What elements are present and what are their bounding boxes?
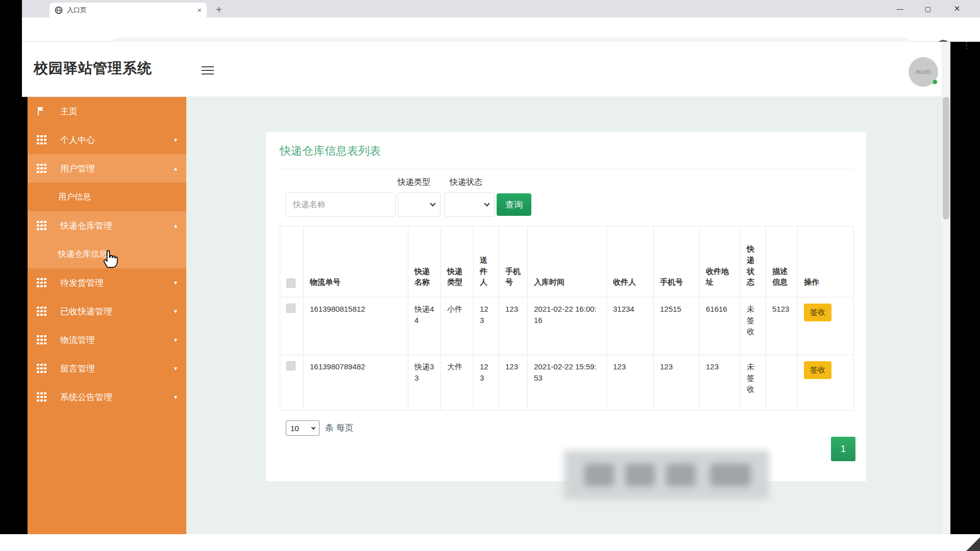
table-cell: 31234 xyxy=(607,297,654,355)
caret-down-icon: ▾ xyxy=(174,136,177,143)
row-checkbox-cell xyxy=(280,355,304,411)
browser-menu-icon[interactable]: ⋮ xyxy=(962,40,971,51)
sidebar-item-物流管理[interactable]: 物流管理▾ xyxy=(28,325,186,354)
header-checkbox-cell xyxy=(280,227,304,297)
filter-type-label: 快递类型 xyxy=(398,177,430,188)
table-row: 1613980789482快递33大件1231232021-02-22 15:5… xyxy=(280,355,854,411)
table-cell: 2021-02-22 16:00:16 xyxy=(528,297,607,355)
grid-icon xyxy=(37,163,47,173)
sidebar-item-系统公告管理[interactable]: 系统公告管理▾ xyxy=(28,383,186,411)
sidebar-item-待发货管理[interactable]: 待发货管理▾ xyxy=(28,268,186,297)
row-checkbox-cell xyxy=(280,297,304,355)
per-page-label: 条 每页 xyxy=(325,422,354,434)
column-header: 手机号 xyxy=(499,227,528,297)
caret-down-icon: ▾ xyxy=(174,365,177,372)
sidebar-item-用户信息[interactable]: 用户信息 xyxy=(28,183,186,211)
caret-down-icon: ▾ xyxy=(174,308,177,315)
sidebar-item-label: 已收快递管理 xyxy=(60,306,112,317)
screen: 入口页 × + — ▢ ✕ ← → ↻ i localhost:8080/yz-… xyxy=(0,0,980,551)
tab-close-icon[interactable]: × xyxy=(198,6,202,14)
scrollbar[interactable] xyxy=(942,42,950,534)
table-cell: 123 xyxy=(654,355,700,411)
table-cell: 123 xyxy=(474,355,499,411)
table-cell: 快递44 xyxy=(408,297,441,355)
sidebar-item-label: 系统公告管理 xyxy=(60,391,112,403)
sign-receive-button[interactable]: 签收 xyxy=(804,361,831,379)
table-cell: 大件 xyxy=(441,355,474,411)
search-button[interactable]: 查询 xyxy=(497,193,531,216)
browser-address-bar: ← → ↻ i localhost:8080/yz-ssmj/index.jsp… xyxy=(22,17,980,42)
content-area: 快递仓库信息表列表 快递类型 快递状态 查询 物流单号快递名称快递类型送件人手机… xyxy=(186,97,942,534)
column-header: 收件人 xyxy=(607,227,654,297)
table-cell: 12515 xyxy=(654,297,700,355)
tab-title: 入口页 xyxy=(67,6,193,15)
window-maximize-button[interactable]: ▢ xyxy=(918,2,938,15)
flag-icon xyxy=(37,106,47,116)
table-header-row: 物流单号快递名称快递类型送件人手机号入库时间收件人手机号收件地址快递状态描述信息… xyxy=(280,227,854,297)
row-checkbox[interactable] xyxy=(286,361,296,370)
caret-down-icon: ▾ xyxy=(174,336,177,343)
app-header: 校园驿站管理系统 80x80 xyxy=(22,42,950,97)
sidebar-item-主页[interactable]: 主页 xyxy=(28,97,186,126)
table-cell: 123 xyxy=(700,355,741,411)
express-name-input[interactable] xyxy=(285,192,396,217)
column-header: 手机号 xyxy=(654,227,700,297)
sidebar-item-label: 主页 xyxy=(60,106,78,117)
table-cell: 小件 xyxy=(441,297,474,355)
sidebar-item-label: 用户管理 xyxy=(60,163,95,174)
action-cell: 签收 xyxy=(798,297,854,355)
table-cell: 5123 xyxy=(766,297,798,355)
page-size-select[interactable]: 10 xyxy=(286,420,320,436)
table-cell xyxy=(766,355,798,411)
scrollbar-thumb[interactable] xyxy=(943,97,949,219)
chevron-down-icon xyxy=(430,201,435,206)
sidebar-item-label: 快递仓库管理 xyxy=(60,220,112,232)
sidebar-item-快递仓库管理[interactable]: 快递仓库管理▴ xyxy=(28,211,186,240)
hamburger-menu-icon[interactable] xyxy=(202,66,214,74)
express-type-select[interactable] xyxy=(398,192,440,217)
caret-up-icon: ▴ xyxy=(174,165,177,172)
sidebar-item-留言管理[interactable]: 留言管理▾ xyxy=(28,354,186,383)
express-status-select[interactable] xyxy=(445,192,495,217)
caret-up-icon: ▴ xyxy=(174,222,177,229)
table-cell: 123 xyxy=(474,297,499,355)
hand-cursor-icon xyxy=(100,248,119,269)
column-header: 快递名称 xyxy=(408,227,441,297)
page-title: 快递仓库信息表列表 xyxy=(280,143,381,159)
new-tab-button[interactable]: + xyxy=(216,4,222,16)
bottom-strip: localhost:8080/yz-ssmj/jsp/modules/cangk… xyxy=(0,534,980,551)
caret-down-icon: ▾ xyxy=(174,279,177,286)
window-close-button[interactable]: ✕ xyxy=(947,2,967,15)
sidebar-nav: 主页个人中心▾用户管理▴用户信息快递仓库管理▴快递仓库信息待发货管理▾已收快递管… xyxy=(28,97,186,534)
table-cell: 未签收 xyxy=(741,297,766,355)
table-cell: 快递33 xyxy=(408,355,441,411)
sign-receive-button[interactable]: 签收 xyxy=(804,304,831,321)
page-1-button[interactable]: 1 xyxy=(831,437,855,461)
app-title: 校园驿站管理系统 xyxy=(34,59,152,78)
action-cell: 签收 xyxy=(798,355,854,411)
sidebar-item-label: 个人中心 xyxy=(60,134,95,146)
sidebar-item-已收快递管理[interactable]: 已收快递管理▾ xyxy=(28,297,186,325)
sidebar-item-label: 物流管理 xyxy=(60,334,95,346)
table-cell: 2021-02-22 15:59:53 xyxy=(528,355,607,411)
online-status-dot xyxy=(932,79,938,85)
row-checkbox[interactable] xyxy=(286,304,296,313)
avatar-label: 80x80 xyxy=(916,69,931,75)
sidebar-item-用户管理[interactable]: 用户管理▴ xyxy=(28,154,186,183)
column-header: 描述信息 xyxy=(766,227,798,297)
sidebar-item-个人中心[interactable]: 个人中心▾ xyxy=(28,126,186,154)
select-all-checkbox[interactable] xyxy=(286,279,296,288)
grid-icon xyxy=(37,335,47,345)
browser-tab[interactable]: 入口页 × xyxy=(50,3,207,17)
column-header: 快递状态 xyxy=(741,227,766,297)
table-cell: 1613980815812 xyxy=(304,297,408,355)
column-header: 送件人 xyxy=(474,227,499,297)
filter-status-label: 快递状态 xyxy=(450,177,482,188)
grid-icon xyxy=(37,392,47,402)
caret-down-icon: ▾ xyxy=(174,393,177,400)
chevron-down-icon xyxy=(484,201,489,206)
table-cell: 123 xyxy=(607,355,654,411)
window-minimize-button[interactable]: — xyxy=(890,2,910,15)
column-header: 入库时间 xyxy=(528,227,607,297)
corner-artifact xyxy=(966,537,980,551)
